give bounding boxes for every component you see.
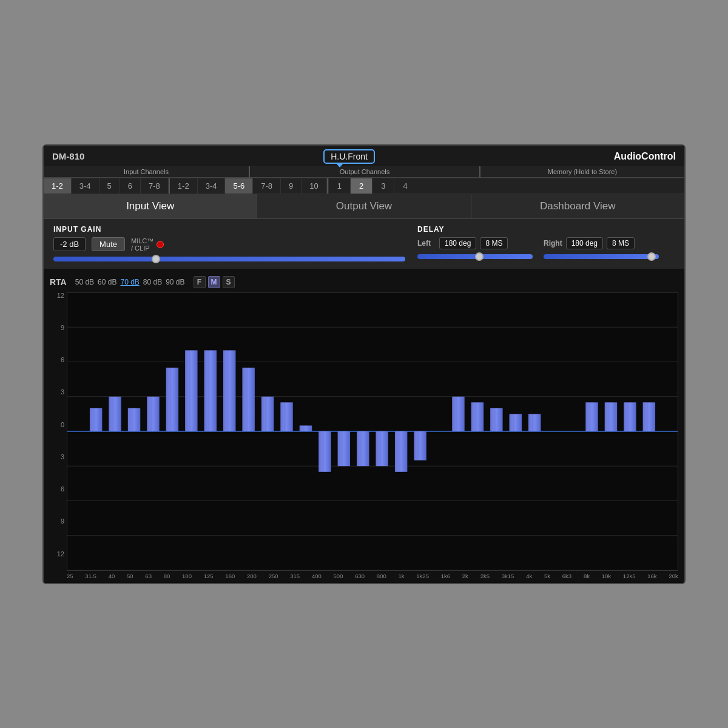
rta-header: RTA 50 dB60 dB70 dB80 dB90 dB FMS	[50, 276, 678, 288]
rta-x-axis: 2531.54050638010012516020025031540050063…	[50, 571, 678, 583]
rta-x-label: 31.5	[85, 573, 96, 579]
delay-left-phase[interactable]: 180 deg	[439, 237, 476, 249]
preset-badge[interactable]: H.U.Front	[323, 149, 375, 164]
rta-x-label: 2k	[462, 573, 468, 579]
mute-button[interactable]: Mute	[92, 237, 125, 251]
gain-left: INPUT GAIN -2 dB Mute MILC™/ CLIP	[53, 225, 405, 261]
rta-db-opt-70dB[interactable]: 70 dB	[120, 278, 139, 286]
gain-controls: -2 dB Mute MILC™/ CLIP	[53, 237, 405, 252]
delay-left-row: Left 180 deg 8 MS	[417, 237, 533, 249]
input-gain-panel: INPUT GAIN -2 dB Mute MILC™/ CLIP DELAY …	[44, 219, 684, 270]
input-ch-tab-6[interactable]: 6	[120, 178, 141, 194]
input-ch-tab-1-2[interactable]: 1-2	[44, 178, 72, 194]
channels-bar: 1-23-4567-8 1-23-45-67-8910 1234	[44, 178, 684, 194]
rta-x-label: 4k	[526, 573, 532, 579]
memory-tab-1[interactable]: 1	[328, 178, 350, 194]
rta-x-label: 630	[355, 573, 365, 579]
rta-x-label: 400	[312, 573, 322, 579]
delay-left-slider[interactable]	[417, 254, 533, 259]
rta-x-label: 25	[67, 573, 73, 579]
device-header: DM-810 H.U.Front AudioControl	[44, 146, 684, 166]
brand-name: AudioControl	[614, 151, 676, 162]
rta-x-label: 5k	[544, 573, 550, 579]
rta-mode-btn-s[interactable]: S	[223, 276, 235, 288]
gain-slider-track[interactable]	[53, 257, 405, 261]
input-ch-tab-3-4[interactable]: 3-4	[72, 178, 99, 194]
device-container: DM-810 H.U.Front AudioControl Input Chan…	[42, 144, 686, 584]
output-ch-tab-10[interactable]: 10	[302, 178, 326, 194]
rta-title: RTA	[50, 277, 67, 287]
rta-mode-btn-m[interactable]: M	[208, 276, 220, 288]
delay-left-thumb[interactable]	[475, 252, 484, 261]
rta-chart-area: 12963036912	[50, 292, 678, 571]
delay-left-ms[interactable]: 8 MS	[480, 237, 508, 249]
view-tabs: Input ViewOutput ViewDashboard View	[44, 194, 684, 219]
rta-x-label: 16k	[647, 573, 656, 579]
rta-x-label: 63	[145, 573, 152, 579]
output-channels-header: Output Channels	[250, 166, 480, 178]
rta-x-label: 1k	[398, 573, 404, 579]
rta-x-label: 800	[377, 573, 386, 579]
rta-chart	[67, 292, 678, 571]
rta-x-label: 10k	[602, 573, 611, 579]
rta-db-options: 50 dB60 dB70 dB80 dB90 dB	[75, 278, 185, 286]
rta-y-label: 12	[50, 292, 64, 299]
gain-db-display[interactable]: -2 dB	[53, 237, 86, 251]
rta-y-axis: 12963036912	[50, 292, 67, 571]
input-channels-header: Input Channels	[44, 166, 250, 178]
delay-right-thumb[interactable]	[647, 252, 656, 261]
rta-x-label: 20k	[669, 573, 678, 579]
rta-x-label: 50	[127, 573, 133, 579]
rta-db-opt-80dB[interactable]: 80 dB	[143, 278, 162, 286]
rta-x-label: 200	[247, 573, 257, 579]
memory-tab-2[interactable]: 2	[350, 178, 372, 194]
output-ch-tab-1-2[interactable]: 1-2	[170, 178, 198, 194]
channel-headers: Input Channels Output Channels Memory (H…	[44, 166, 684, 178]
rta-x-label: 2k5	[480, 573, 490, 579]
rta-y-label: 12	[50, 550, 64, 558]
rta-mode-buttons: FMS	[194, 276, 235, 288]
gain-slider-thumb[interactable]	[152, 255, 160, 263]
rta-mode-btn-f[interactable]: F	[194, 276, 206, 288]
rta-x-label: 6k3	[562, 573, 571, 579]
rta-panel: RTA 50 dB60 dB70 dB80 dB90 dB FMS 129630…	[44, 270, 684, 583]
rta-canvas	[67, 292, 678, 570]
memory-tab-4[interactable]: 4	[394, 178, 416, 194]
rta-x-label: 1k6	[441, 573, 450, 579]
view-tab-output-view[interactable]: Output View	[257, 194, 471, 218]
input-ch-tab-5[interactable]: 5	[99, 178, 120, 194]
view-tab-input-view[interactable]: Input View	[44, 194, 257, 218]
rta-x-label: 3k15	[502, 573, 514, 579]
delay-left-block: Left 180 deg 8 MS	[417, 237, 533, 259]
delay-right-slider[interactable]	[544, 254, 659, 259]
device-model: DM-810	[52, 151, 84, 161]
clip-led	[157, 241, 164, 248]
output-ch-tab-3-4[interactable]: 3-4	[198, 178, 226, 194]
rta-x-label: 100	[182, 573, 192, 579]
rta-db-opt-90dB[interactable]: 90 dB	[166, 278, 184, 286]
gain-title: INPUT GAIN	[53, 225, 405, 234]
view-tab-dashboard-view[interactable]: Dashboard View	[471, 194, 684, 218]
delay-right-phase[interactable]: 180 deg	[566, 237, 603, 249]
delay-right-block: Right 180 deg 8 MS	[544, 237, 659, 259]
rta-db-opt-60dB[interactable]: 60 dB	[98, 278, 116, 286]
output-ch-tab-5-6[interactable]: 5-6	[225, 178, 253, 194]
rta-x-label: 12k5	[623, 573, 636, 579]
rta-x-label: 160	[225, 573, 235, 579]
memory-tab-3[interactable]: 3	[372, 178, 394, 194]
rta-y-label: 9	[50, 517, 64, 525]
delay-right-ms[interactable]: 8 MS	[607, 237, 635, 249]
output-ch-tab-7-8[interactable]: 7-8	[253, 178, 281, 194]
rta-db-opt-50dB[interactable]: 50 dB	[75, 278, 94, 286]
rta-x-label: 315	[290, 573, 300, 579]
rta-y-label: 6	[50, 485, 64, 493]
milc-clip-label: MILC™/ CLIP	[131, 237, 164, 252]
input-ch-tab-7-8[interactable]: 7-8	[141, 178, 169, 194]
output-ch-tab-9[interactable]: 9	[281, 178, 302, 194]
delay-left-label: Left	[417, 239, 436, 248]
delay-section: Left 180 deg 8 MS Right 180 deg 8 MS	[417, 237, 675, 259]
rta-x-label: 80	[164, 573, 170, 579]
input-channel-tabs: 1-23-4567-8	[44, 178, 169, 194]
rta-x-label: 1k25	[416, 573, 429, 579]
milc-text: MILC™/ CLIP	[131, 237, 153, 252]
